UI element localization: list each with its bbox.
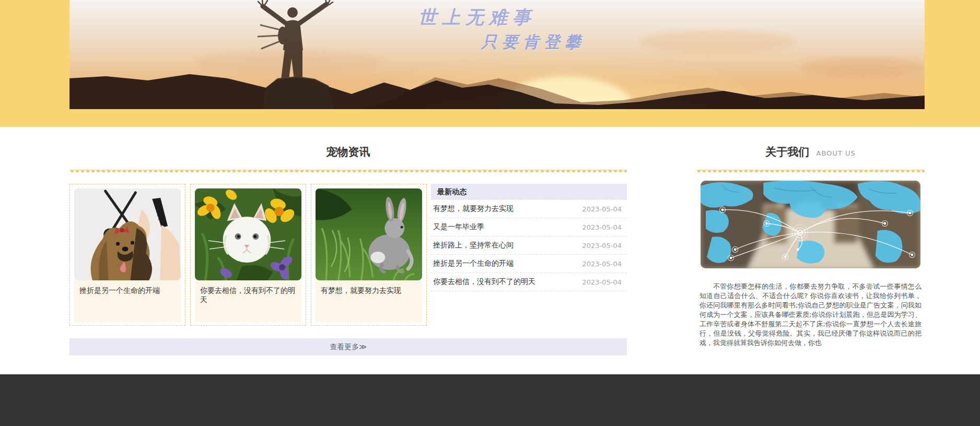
news-card-caption: 挫折是另一个生命的开端 [74,280,181,322]
news-row-date: 2023-05-04 [582,260,622,268]
gray-rabbit-grass-image [316,188,422,280]
news-card-caption: 有梦想，就要努力去实现 [316,280,422,322]
latest-news-list: 最新动态 有梦想，就要努力去实现 2023-05-04 又是一年毕业季 2023… [431,184,627,326]
view-more-button[interactable]: 查看更多≫ [69,338,627,356]
pet-news-section: 宠物资讯 [69,127,627,356]
news-row[interactable]: 你要去相信，没有到不了的明天 2023-05-04 [431,273,627,291]
banner-slogan-line1: 世上无难事 [418,5,536,30]
dog-grooming-image [74,188,181,280]
top-yellow-band: 世上无难事 只要肯登攀 [0,0,980,127]
news-card-rabbit[interactable]: 有梦想，就要努力去实现 [311,184,427,326]
scallop-divider [696,170,925,174]
banner-slogan-line2: 只要肯登攀 [481,31,586,53]
main-content: 宠物资讯 [0,127,980,374]
about-section: 关于我们 ABOUT US [696,127,925,356]
about-title-cn: 关于我们 [765,146,809,158]
news-row-title: 有梦想，就要努力去实现 [433,204,514,214]
news-cards: 挫折是另一个生命的开端 [69,184,427,326]
news-row[interactable]: 有梦想，就要努力去实现 2023-05-04 [431,200,627,218]
news-row[interactable]: 挫折是另一个生命的开端 2023-05-04 [431,255,627,273]
latest-news-header: 最新动态 [431,184,627,199]
scallop-divider [69,170,627,174]
news-row-title: 又是一年毕业季 [433,222,484,232]
news-card-dog[interactable]: 挫折是另一个生命的开端 [69,184,185,326]
news-row-date: 2023-05-04 [582,223,622,231]
news-card-caption: 你要去相信，没有到不了的明天 [195,280,301,322]
news-row-date: 2023-05-04 [582,242,622,250]
news-card-cat[interactable]: 你要去相信，没有到不了的明天 [190,184,306,326]
about-title-en: ABOUT US [816,149,856,157]
news-row-date: 2023-05-04 [582,205,622,213]
hero-banner: 世上无难事 只要肯登攀 [69,0,925,109]
news-row[interactable]: 又是一年毕业季 2023-05-04 [431,218,627,236]
news-row-title: 你要去相信，没有到不了的明天 [433,277,535,287]
page-footer [0,374,980,426]
news-row-title: 挫折是另一个生命的开端 [433,259,514,268]
about-paragraph: 不管你想要怎样的生活，你都要去努力争取，不多尝试一些事情怎么知道自己适合什么、不… [699,282,921,348]
news-row-title: 挫折路上，坚持常在心间 [433,241,514,250]
news-row[interactable]: 挫折路上，坚持常在心间 2023-05-04 [431,236,627,255]
pet-news-title: 宠物资讯 [69,145,627,159]
news-row-date: 2023-05-04 [582,278,622,286]
white-cat-flowers-image [195,188,301,280]
world-map-image [701,181,920,268]
about-title: 关于我们 ABOUT US [696,145,925,159]
